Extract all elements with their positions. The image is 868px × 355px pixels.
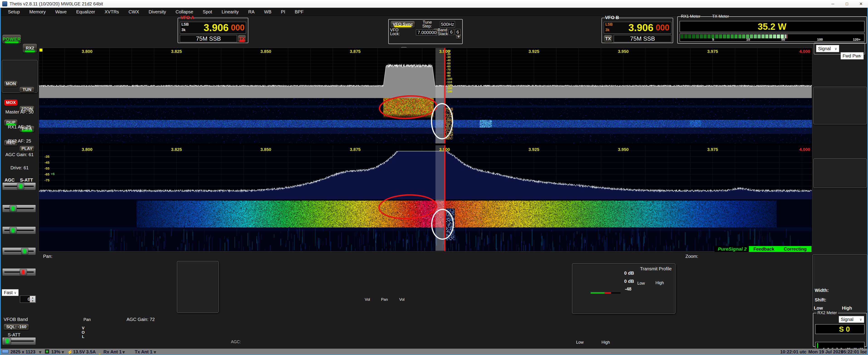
satt-stepper[interactable]: 6▲▼ <box>20 296 36 303</box>
agc-select[interactable]: Fast∨ <box>2 289 19 296</box>
rx1-af-thumb[interactable] <box>9 205 17 212</box>
menu-wb[interactable]: WB <box>259 8 276 16</box>
maximize-button[interactable]: □ <box>840 0 854 8</box>
rx2-freq-tick: 3.800 <box>80 147 94 152</box>
status-utc-time: 10:22:01 utc <box>780 349 807 355</box>
master-af-label: Master AF: 50 <box>3 110 36 115</box>
vfo-a-band-text[interactable]: 75M SSB <box>180 35 237 42</box>
rx1-af-slider[interactable] <box>2 205 36 212</box>
rx2-af-thumb[interactable] <box>9 227 17 234</box>
menu-ra[interactable]: RA <box>244 8 259 16</box>
power-bolt-icon: ⚡ <box>67 349 73 355</box>
tx-meter-peak-red <box>787 34 787 38</box>
band-group <box>813 87 867 124</box>
resolution-dropdown-arrow[interactable]: ▾ <box>39 349 41 355</box>
vfo-a-label: VFO A <box>181 15 194 20</box>
vfo-b-group: LSB 3k 3.906 000 TX 75M SSB <box>601 18 673 43</box>
puresignal-correcting-indicator: Correcting <box>779 246 811 252</box>
title-bar[interactable]: Thetis v2.8.11 (10/20/20) MW0LGE 21d2 64… <box>0 0 868 8</box>
tx-meter-bar: 5 10 50 100 120+ <box>680 34 865 42</box>
vox-threshold-value: -48 <box>625 287 631 292</box>
tune-step-label: TuneStep: <box>418 21 432 28</box>
menu-cwx[interactable]: CWX <box>124 8 144 16</box>
master-af-slider[interactable] <box>2 182 36 190</box>
rx2-panadapter[interactable] <box>39 145 812 199</box>
vfo-lock-label: VFOLock: <box>390 28 401 36</box>
mox-button[interactable]: MOX <box>4 99 18 106</box>
vfo-b-frequency: 3.906 <box>628 22 653 33</box>
menu-equalizer[interactable]: Equalizer <box>71 8 100 16</box>
rx1-af-label: RX1 AF: 25 <box>3 124 36 129</box>
rx1-vol-right-label: Vol <box>399 297 405 302</box>
vox-level-meter <box>591 292 621 294</box>
tx-low-label: Low <box>637 281 645 286</box>
menu-wave[interactable]: Wave <box>51 8 71 16</box>
status-resolution[interactable]: 2825 x 1123 <box>10 349 35 355</box>
close-button[interactable]: ✕ <box>854 0 868 8</box>
menu-linearity[interactable]: Linearity <box>217 8 244 16</box>
annotation-white-circle-rx1-signal <box>431 103 453 139</box>
rx1-dbm-scale: -10 <box>446 49 451 53</box>
power-button[interactable]: POWER <box>2 34 21 43</box>
status-local-time: 05:22:01 loc <box>841 349 867 355</box>
rx2-agc-gain-label: AGC Gain: 72 <box>124 317 158 322</box>
mon-button[interactable]: MON <box>4 81 18 87</box>
resize-grip[interactable] <box>864 350 867 353</box>
status-tx-ant[interactable]: Tx Ant 1 <box>135 349 152 355</box>
master-af-thumb[interactable] <box>17 183 24 189</box>
sql-slider[interactable] <box>2 337 36 345</box>
menu-bpf[interactable]: BPF <box>290 8 308 16</box>
vfo-b-band-text[interactable]: 75M SSB <box>614 35 671 42</box>
tx-meter-select[interactable]: Fwd Pwr∨ <box>841 52 864 59</box>
menu-setup[interactable]: Setup <box>3 8 25 16</box>
filter-low-label: Low <box>814 305 823 311</box>
rx2-pan-label: Pan <box>84 317 91 322</box>
menu-diversity[interactable]: Diversity <box>144 8 171 16</box>
band-stack-b: 6 <box>455 29 460 35</box>
vfo-b-tx-button[interactable]: TX <box>604 35 612 42</box>
cpu-dropdown-arrow[interactable]: ▾ <box>62 349 64 355</box>
rx2-af-slider[interactable] <box>2 227 36 234</box>
rx2-dbm-scale: -35 <box>36 154 50 158</box>
frequency-entry-field[interactable]: 7.000000 <box>416 30 437 35</box>
menu-spot[interactable]: Spot <box>198 8 217 16</box>
menu-collapse[interactable]: Collapse <box>171 8 198 16</box>
rx-ant-dropdown-arrow[interactable]: ▾ <box>122 349 125 355</box>
menu-memory[interactable]: Memory <box>25 8 50 16</box>
menu-pi[interactable]: PI <box>276 8 290 16</box>
sql-thumb[interactable] <box>4 338 11 344</box>
vfo-a-tx-button[interactable]: TX <box>238 35 246 42</box>
rx1-panadapter[interactable] <box>39 48 812 98</box>
rx2-button[interactable]: RX2 <box>23 43 37 53</box>
tun-button[interactable]: TUN <box>20 87 34 93</box>
rx2-satt-label: S-ATT <box>8 332 21 337</box>
rx1-band-edge-tick: 4.000 <box>798 49 811 54</box>
drive-thumb[interactable] <box>20 269 27 275</box>
vfo-a-filter-label: 3k <box>181 28 186 32</box>
play-button[interactable]: PLAY <box>20 146 34 152</box>
puresignal-label: PureSignal 2 <box>714 246 748 252</box>
vfo-sync-button[interactable]: VFO Sync <box>391 21 415 28</box>
vfo-b-display[interactable]: LSB 3k 3.906 000 <box>604 22 671 34</box>
rx1-vol-left-label: Vol <box>365 297 370 302</box>
rx2-meter-select[interactable]: Signal∨ <box>839 316 864 323</box>
puresignal-feedback-indicator: Feedback <box>749 246 779 252</box>
tx-ant-dropdown-arrow[interactable]: ▾ <box>154 349 156 355</box>
split-group <box>177 261 219 313</box>
agc-gain-slider[interactable] <box>2 247 36 255</box>
sql-button[interactable]: SQL: -160 <box>4 324 29 330</box>
status-rx-ant[interactable]: Rx Ant 1 <box>103 349 122 355</box>
vfob-band-label: VFOB Band <box>4 317 28 322</box>
vfo-a-mode-label: LSB <box>181 23 189 27</box>
minimize-button[interactable]: ─ <box>826 0 840 8</box>
status-cpu[interactable]: 13% <box>51 349 60 355</box>
menu-bar: Setup Memory Wave Equalizer XVTRs CWX Di… <box>0 8 868 16</box>
mode-group <box>813 158 867 188</box>
drive-slider[interactable] <box>2 268 36 276</box>
agc-gain-thumb[interactable] <box>21 248 28 255</box>
vfo-a-display[interactable]: LSB 3k 3.906 000 <box>180 22 246 34</box>
agc-gain-label: AGC Gain: 61 <box>3 152 36 157</box>
rx1-meter-select[interactable]: Signal∨ <box>816 45 839 52</box>
menu-xvtrs[interactable]: XVTRs <box>100 8 124 16</box>
mic-gain-value: 0 dB <box>624 271 634 276</box>
